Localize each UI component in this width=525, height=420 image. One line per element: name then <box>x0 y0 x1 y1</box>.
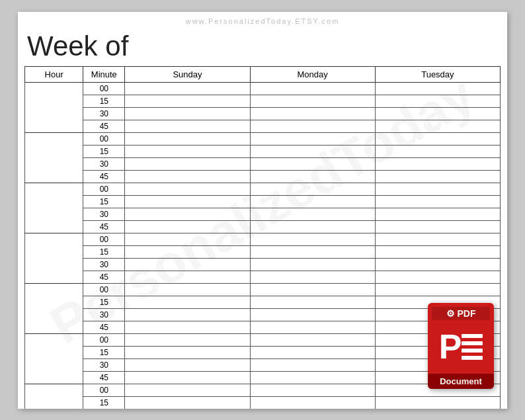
day-cell <box>250 170 375 183</box>
table-row: 00 <box>25 233 501 245</box>
pdf-icon: ⚙ <box>446 308 455 319</box>
day-cell <box>250 371 375 384</box>
pdf-line-3 <box>462 349 483 353</box>
day-cell <box>375 82 500 95</box>
header-hour: Hour <box>25 66 83 82</box>
day-cell <box>375 245 500 258</box>
day-cell <box>125 396 250 409</box>
day-cell <box>250 384 375 396</box>
hour-cell <box>25 384 83 409</box>
day-cell <box>125 145 250 157</box>
table-row: 00 <box>25 183 501 195</box>
pdf-letter: P <box>439 329 462 364</box>
day-cell <box>250 233 375 245</box>
day-cell <box>125 296 250 308</box>
table-row: 15 <box>25 145 501 157</box>
day-cell <box>375 95 500 107</box>
day-cell <box>125 371 250 384</box>
day-cell <box>125 283 250 296</box>
day-cell <box>125 308 250 321</box>
day-cell <box>125 384 250 396</box>
pdf-line-1 <box>462 334 483 338</box>
watermark-top: www.PersonalizedToday.ETSY.com <box>18 17 507 25</box>
day-cell <box>250 333 375 346</box>
pdf-bottom-label: Document <box>428 374 494 389</box>
day-cell <box>250 120 375 132</box>
day-cell <box>125 132 250 145</box>
table-row: 30 <box>25 157 501 170</box>
day-cell <box>250 271 375 283</box>
day-cell <box>250 346 375 358</box>
day-cell <box>250 208 375 220</box>
minute-cell: 15 <box>83 195 125 208</box>
day-cell <box>375 271 500 283</box>
header-sunday: Sunday <box>125 66 250 82</box>
day-cell <box>250 258 375 271</box>
day-cell <box>250 245 375 258</box>
day-cell <box>375 157 500 170</box>
pdf-label: PDF <box>458 308 476 319</box>
pdf-lines <box>462 334 483 360</box>
minute-cell: 00 <box>83 183 125 195</box>
table-row: 15 <box>25 245 501 258</box>
day-cell <box>375 195 500 208</box>
minute-cell: 15 <box>83 245 125 258</box>
hour-cell <box>25 132 83 183</box>
header-monday: Monday <box>250 66 375 82</box>
minute-cell: 00 <box>83 384 125 396</box>
hour-cell <box>25 82 83 132</box>
minute-cell: 30 <box>83 358 125 371</box>
day-cell <box>125 220 250 233</box>
pdf-body: P <box>432 320 490 374</box>
day-cell <box>125 271 250 283</box>
day-cell <box>250 220 375 233</box>
minute-cell: 00 <box>83 333 125 346</box>
day-cell <box>250 132 375 145</box>
table-row: 15 <box>25 195 501 208</box>
day-cell <box>250 296 375 308</box>
day-cell <box>375 208 500 220</box>
table-row: 15 <box>25 95 501 107</box>
day-cell <box>125 107 250 120</box>
day-cell <box>125 157 250 170</box>
day-cell <box>375 283 500 296</box>
day-cell <box>125 208 250 220</box>
minute-cell: 30 <box>83 258 125 271</box>
day-cell <box>375 170 500 183</box>
day-cell <box>125 245 250 258</box>
day-cell <box>125 195 250 208</box>
table-row: 45 <box>25 120 501 132</box>
minute-cell: 15 <box>83 396 125 409</box>
hour-cell <box>25 183 83 233</box>
minute-cell: 30 <box>83 157 125 170</box>
minute-cell: 00 <box>83 82 125 95</box>
day-cell <box>125 233 250 245</box>
minute-cell: 30 <box>83 308 125 321</box>
day-cell <box>375 233 500 245</box>
day-cell <box>375 145 500 157</box>
day-cell <box>125 258 250 271</box>
table-row: 00 <box>25 82 501 95</box>
day-cell <box>125 95 250 107</box>
day-cell <box>375 220 500 233</box>
pdf-badge: ⚙ PDF P Document <box>428 303 494 389</box>
day-cell <box>250 358 375 371</box>
day-cell <box>125 346 250 358</box>
hour-cell <box>25 283 83 333</box>
minute-cell: 15 <box>83 346 125 358</box>
minute-cell: 00 <box>83 283 125 296</box>
day-cell <box>250 82 375 95</box>
day-cell <box>250 183 375 195</box>
day-cell <box>250 308 375 321</box>
minute-cell: 30 <box>83 208 125 220</box>
day-cell <box>125 183 250 195</box>
day-cell <box>250 145 375 157</box>
table-row: 45 <box>25 271 501 283</box>
minute-cell: 00 <box>83 132 125 145</box>
minute-cell: 45 <box>83 120 125 132</box>
pdf-line-2 <box>462 341 483 345</box>
header-tuesday: Tuesday <box>375 66 500 82</box>
table-row: 00 <box>25 132 501 145</box>
minute-cell: 00 <box>83 233 125 245</box>
header-minute: Minute <box>83 66 125 82</box>
